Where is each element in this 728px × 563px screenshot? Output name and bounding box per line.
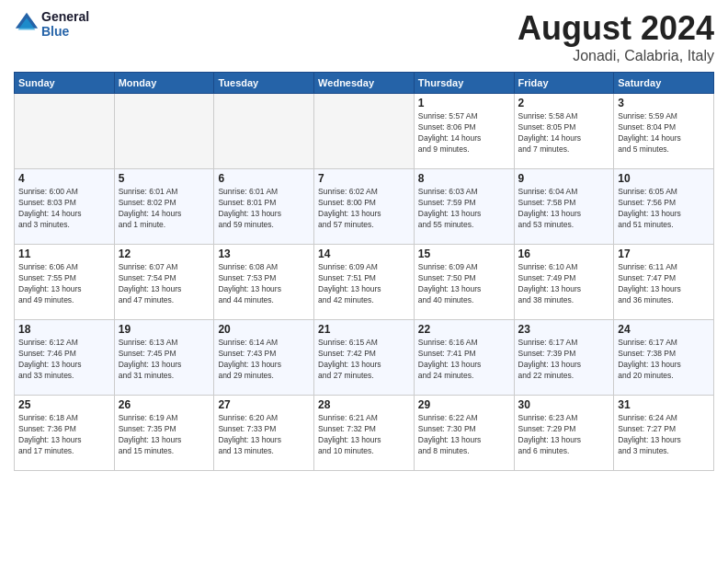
- day-cell: 13Sunrise: 6:08 AMSunset: 7:53 PMDayligh…: [214, 245, 314, 320]
- day-cell: 10Sunrise: 6:05 AMSunset: 7:56 PMDayligh…: [614, 169, 714, 245]
- day-number: 9: [518, 172, 610, 185]
- day-cell: 14Sunrise: 6:09 AMSunset: 7:51 PMDayligh…: [314, 245, 415, 320]
- col-friday: Friday: [514, 73, 614, 94]
- day-info: Sunrise: 6:08 AMSunset: 7:53 PMDaylight:…: [218, 262, 310, 306]
- day-cell: [15, 94, 115, 169]
- day-info: Sunrise: 6:14 AMSunset: 7:43 PMDaylight:…: [218, 338, 310, 382]
- day-info: Sunrise: 6:19 AMSunset: 7:35 PMDaylight:…: [119, 413, 210, 457]
- day-number: 2: [518, 97, 610, 109]
- day-cell: 12Sunrise: 6:07 AMSunset: 7:54 PMDayligh…: [114, 245, 214, 320]
- header-row: Sunday Monday Tuesday Wednesday Thursday…: [15, 73, 714, 94]
- col-thursday: Thursday: [414, 73, 514, 94]
- day-info: Sunrise: 6:23 AMSunset: 7:29 PMDaylight:…: [518, 413, 610, 457]
- day-info: Sunrise: 6:07 AMSunset: 7:54 PMDaylight:…: [119, 262, 210, 306]
- day-number: 21: [318, 323, 410, 336]
- logo: General Blue: [14, 9, 89, 39]
- day-number: 31: [618, 398, 710, 411]
- day-cell: 19Sunrise: 6:13 AMSunset: 7:45 PMDayligh…: [114, 320, 214, 396]
- day-cell: 8Sunrise: 6:03 AMSunset: 7:59 PMDaylight…: [414, 169, 514, 245]
- day-info: Sunrise: 6:17 AMSunset: 7:39 PMDaylight:…: [518, 338, 610, 382]
- logo-text: General Blue: [41, 9, 89, 39]
- day-number: 12: [119, 247, 210, 260]
- day-info: Sunrise: 6:00 AMSunset: 8:03 PMDaylight:…: [18, 187, 110, 231]
- day-cell: 18Sunrise: 6:12 AMSunset: 7:46 PMDayligh…: [15, 320, 115, 396]
- day-info: Sunrise: 6:20 AMSunset: 7:33 PMDaylight:…: [218, 413, 310, 457]
- day-number: 6: [218, 172, 310, 185]
- day-number: 23: [518, 323, 610, 336]
- day-number: 30: [518, 398, 610, 411]
- day-cell: 2Sunrise: 5:58 AMSunset: 8:05 PMDaylight…: [514, 94, 614, 169]
- day-number: 17: [618, 247, 710, 260]
- day-cell: 24Sunrise: 6:17 AMSunset: 7:38 PMDayligh…: [614, 320, 714, 396]
- day-cell: 1Sunrise: 5:57 AMSunset: 8:06 PMDaylight…: [414, 94, 514, 169]
- day-cell: [214, 94, 314, 169]
- day-info: Sunrise: 6:12 AMSunset: 7:46 PMDaylight:…: [18, 338, 110, 382]
- day-number: 19: [119, 323, 210, 336]
- day-cell: 29Sunrise: 6:22 AMSunset: 7:30 PMDayligh…: [414, 396, 514, 471]
- day-cell: 25Sunrise: 6:18 AMSunset: 7:36 PMDayligh…: [15, 396, 115, 471]
- day-number: 8: [418, 172, 510, 185]
- day-number: 3: [618, 97, 710, 109]
- day-cell: 7Sunrise: 6:02 AMSunset: 8:00 PMDaylight…: [314, 169, 415, 245]
- day-info: Sunrise: 5:58 AMSunset: 8:05 PMDaylight:…: [518, 111, 610, 155]
- day-info: Sunrise: 6:04 AMSunset: 7:58 PMDaylight:…: [518, 187, 610, 231]
- calendar-table: Sunday Monday Tuesday Wednesday Thursday…: [14, 72, 714, 471]
- week-row-1: 1Sunrise: 5:57 AMSunset: 8:06 PMDaylight…: [15, 94, 714, 169]
- day-number: 18: [18, 323, 110, 336]
- day-info: Sunrise: 6:18 AMSunset: 7:36 PMDaylight:…: [18, 413, 110, 457]
- day-number: 27: [218, 398, 310, 411]
- day-info: Sunrise: 5:57 AMSunset: 8:06 PMDaylight:…: [418, 111, 510, 155]
- day-cell: 30Sunrise: 6:23 AMSunset: 7:29 PMDayligh…: [514, 396, 614, 471]
- day-cell: 23Sunrise: 6:17 AMSunset: 7:39 PMDayligh…: [514, 320, 614, 396]
- day-info: Sunrise: 6:01 AMSunset: 8:02 PMDaylight:…: [119, 187, 210, 231]
- day-number: 26: [119, 398, 210, 411]
- day-info: Sunrise: 6:06 AMSunset: 7:55 PMDaylight:…: [18, 262, 110, 306]
- day-cell: [114, 94, 214, 169]
- day-number: 20: [218, 323, 310, 336]
- day-info: Sunrise: 6:05 AMSunset: 7:56 PMDaylight:…: [618, 187, 710, 231]
- col-tuesday: Tuesday: [214, 73, 314, 94]
- day-cell: 11Sunrise: 6:06 AMSunset: 7:55 PMDayligh…: [15, 245, 115, 320]
- day-cell: 17Sunrise: 6:11 AMSunset: 7:47 PMDayligh…: [614, 245, 714, 320]
- day-number: 13: [218, 247, 310, 260]
- week-row-4: 18Sunrise: 6:12 AMSunset: 7:46 PMDayligh…: [15, 320, 714, 396]
- day-cell: 3Sunrise: 5:59 AMSunset: 8:04 PMDaylight…: [614, 94, 714, 169]
- day-info: Sunrise: 6:22 AMSunset: 7:30 PMDaylight:…: [418, 413, 510, 457]
- day-info: Sunrise: 6:09 AMSunset: 7:51 PMDaylight:…: [318, 262, 410, 306]
- day-number: 29: [418, 398, 510, 411]
- day-info: Sunrise: 6:13 AMSunset: 7:45 PMDaylight:…: [119, 338, 210, 382]
- day-info: Sunrise: 6:21 AMSunset: 7:32 PMDaylight:…: [318, 413, 410, 457]
- day-cell: 22Sunrise: 6:16 AMSunset: 7:41 PMDayligh…: [414, 320, 514, 396]
- day-info: Sunrise: 5:59 AMSunset: 8:04 PMDaylight:…: [618, 111, 710, 155]
- day-cell: 28Sunrise: 6:21 AMSunset: 7:32 PMDayligh…: [314, 396, 415, 471]
- day-number: 14: [318, 247, 410, 260]
- day-info: Sunrise: 6:10 AMSunset: 7:49 PMDaylight:…: [518, 262, 610, 306]
- day-info: Sunrise: 6:01 AMSunset: 8:01 PMDaylight:…: [218, 187, 310, 231]
- week-row-5: 25Sunrise: 6:18 AMSunset: 7:36 PMDayligh…: [15, 396, 714, 471]
- col-saturday: Saturday: [614, 73, 714, 94]
- day-info: Sunrise: 6:17 AMSunset: 7:38 PMDaylight:…: [618, 338, 710, 382]
- day-info: Sunrise: 6:03 AMSunset: 7:59 PMDaylight:…: [418, 187, 510, 231]
- day-cell: 21Sunrise: 6:15 AMSunset: 7:42 PMDayligh…: [314, 320, 415, 396]
- day-number: 24: [618, 323, 710, 336]
- day-info: Sunrise: 6:02 AMSunset: 8:00 PMDaylight:…: [318, 187, 410, 231]
- header: General Blue August 2024 Jonadi, Calabri…: [14, 9, 714, 64]
- week-row-3: 11Sunrise: 6:06 AMSunset: 7:55 PMDayligh…: [15, 245, 714, 320]
- day-number: 15: [418, 247, 510, 260]
- day-number: 1: [418, 97, 510, 109]
- week-row-2: 4Sunrise: 6:00 AMSunset: 8:03 PMDaylight…: [15, 169, 714, 245]
- day-cell: 27Sunrise: 6:20 AMSunset: 7:33 PMDayligh…: [214, 396, 314, 471]
- day-info: Sunrise: 6:09 AMSunset: 7:50 PMDaylight:…: [418, 262, 510, 306]
- col-monday: Monday: [114, 73, 214, 94]
- day-number: 7: [318, 172, 410, 185]
- day-number: 28: [318, 398, 410, 411]
- day-info: Sunrise: 6:16 AMSunset: 7:41 PMDaylight:…: [418, 338, 510, 382]
- col-wednesday: Wednesday: [314, 73, 415, 94]
- day-cell: 6Sunrise: 6:01 AMSunset: 8:01 PMDaylight…: [214, 169, 314, 245]
- title-section: August 2024 Jonadi, Calabria, Italy: [518, 9, 714, 64]
- day-cell: [314, 94, 415, 169]
- location: Jonadi, Calabria, Italy: [518, 48, 714, 64]
- day-cell: 5Sunrise: 6:01 AMSunset: 8:02 PMDaylight…: [114, 169, 214, 245]
- day-number: 5: [119, 172, 210, 185]
- day-cell: 16Sunrise: 6:10 AMSunset: 7:49 PMDayligh…: [514, 245, 614, 320]
